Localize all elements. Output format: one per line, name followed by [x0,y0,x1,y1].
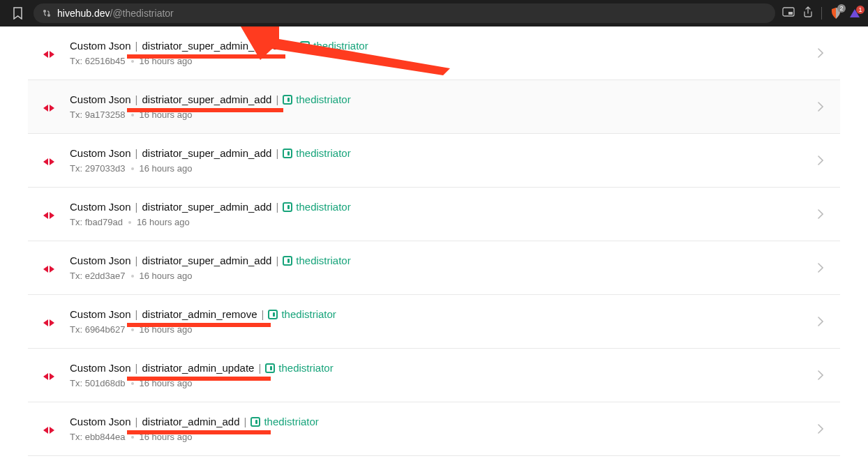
transaction-row[interactable]: Custom Json | distriator_super_admin_rem… [28,26,840,80]
user-link[interactable]: thedistriator [283,201,350,213]
row-title: Custom Json | distriator_admin_remove | … [70,308,823,320]
hive-logo-icon [42,101,56,118]
separator: | [262,308,264,320]
address-host: hivehub.dev [57,8,110,19]
tx-time: 16 hours ago [140,56,193,66]
user-link[interactable]: thedistriator [250,416,318,427]
transaction-row[interactable]: Custom Json | distriator_super_admin_add… [28,241,840,295]
transaction-row[interactable]: Custom Json | distriator_admin_update | … [28,349,840,402]
row-title: Custom Json | distriator_super_admin_add… [70,93,823,105]
user-avatar-icon [265,363,275,373]
dot-separator [131,114,134,116]
tx-time: 16 hours ago [140,432,193,442]
chevron-right-icon [818,424,823,434]
chevron-right-icon [818,102,823,112]
hive-logo-icon [42,316,56,333]
separator: | [135,93,138,105]
user-link[interactable]: thedistriator [283,93,350,105]
op-name: distriator_admin_add [142,416,239,427]
user-avatar-icon [283,149,292,158]
hive-logo-icon [42,370,56,386]
dot-separator [131,167,134,170]
separator: | [135,40,138,52]
user-name: thedistriator [296,201,350,213]
tx-id: Tx: e2dd3ae7 [70,271,126,281]
chevron-right-icon [818,263,823,273]
user-name: thedistriator [281,308,336,320]
transaction-row[interactable]: Custom Json | distriator_super_admin_add… [28,134,840,188]
separator: | [293,40,296,52]
brave-rewards-icon[interactable]: 1 [850,9,860,17]
dot-separator [131,328,134,331]
row-meta: Tx: ebb844ea 16 hours ago [70,432,823,442]
op-type: Custom Json [70,416,131,427]
user-link[interactable]: thedistriator [283,147,350,159]
op-name: distriator_super_admin_remove [142,40,289,52]
transaction-row[interactable]: Custom Json | distriator_super_admin_add… [28,80,840,134]
op-name: distriator_super_admin_add [142,255,271,266]
user-avatar-icon [250,417,260,427]
user-avatar-icon [283,95,292,105]
tx-time: 16 hours ago [140,271,193,281]
site-settings-icon[interactable] [42,8,52,18]
user-link[interactable]: thedistriator [283,255,350,266]
op-type: Custom Json [70,362,131,374]
separator: | [135,362,138,374]
dot-separator [131,382,134,385]
op-name: distriator_super_admin_add [142,93,271,105]
row-meta: Tx: 62516b45 16 hours ago [70,56,823,66]
user-link[interactable]: thedistriator [268,308,336,320]
op-type: Custom Json [70,255,131,266]
row-title: Custom Json | distriator_super_admin_add… [70,255,823,266]
rewards-badge: 1 [856,6,865,14]
user-name: thedistriator [296,255,350,266]
chevron-right-icon [818,317,823,326]
address-bar[interactable]: hivehub.dev/@thedistriator [33,3,775,23]
row-meta: Tx: fbad79ad 16 hours ago [70,217,823,227]
op-type: Custom Json [70,147,131,159]
row-meta: Tx: 9a173258 16 hours ago [70,109,823,120]
user-link[interactable]: thedistriator [300,40,368,52]
row-meta: Tx: 501d68db 16 hours ago [70,378,823,388]
dot-separator [128,221,131,224]
op-type: Custom Json [70,93,131,105]
share-icon[interactable] [803,6,813,20]
transaction-row[interactable]: Custom Json | distriator_admin_add | the… [28,402,840,456]
chevron-right-icon [818,48,823,58]
brave-shield-icon[interactable]: 2 [830,7,841,20]
op-name: distriator_admin_update [142,362,254,374]
user-name: thedistriator [264,416,318,427]
transaction-row[interactable]: Custom Json | distriator_super_admin_add… [28,188,840,241]
bookmark-icon[interactable] [8,4,27,22]
divider [821,7,822,20]
tx-time: 16 hours ago [137,217,190,227]
separator: | [135,147,138,159]
user-name: thedistriator [278,362,333,374]
browser-right-icons: 2 1 [782,6,860,20]
separator: | [258,362,261,374]
dot-separator [131,60,134,63]
transaction-row[interactable]: Custom Json | distriator_admin_remove | … [28,295,840,349]
row-title: Custom Json | distriator_super_admin_rem… [70,40,823,52]
row-title: Custom Json | distriator_admin_add | the… [70,416,823,427]
tx-id: Tx: ebb844ea [70,432,126,442]
dot-separator [131,275,134,278]
svg-rect-3 [788,12,793,15]
separator: | [135,416,138,427]
separator: | [276,93,278,105]
page-content: Custom Json | distriator_super_admin_rem… [0,26,868,456]
pip-icon[interactable] [782,7,795,20]
transaction-list: Custom Json | distriator_super_admin_rem… [28,26,840,456]
hive-logo-icon [42,47,56,64]
row-title: Custom Json | distriator_super_admin_add… [70,147,823,159]
separator: | [244,416,247,427]
user-link[interactable]: thedistriator [265,362,333,374]
user-avatar-icon [283,256,292,266]
tx-id: Tx: 9a173258 [70,109,126,120]
address-path: /@thedistriator [110,8,174,19]
user-avatar-icon [300,41,310,51]
hive-logo-icon [42,155,56,172]
hive-logo-icon [42,209,56,225]
chevron-right-icon [818,156,823,165]
user-name: thedistriator [296,93,350,105]
